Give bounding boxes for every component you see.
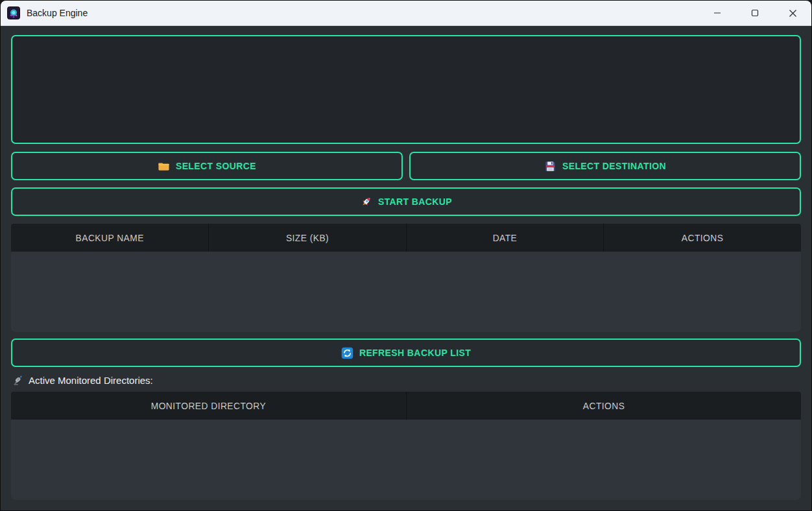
- column-header-date: DATE: [407, 224, 604, 252]
- log-output-area[interactable]: [11, 35, 801, 144]
- backup-table-body[interactable]: [11, 252, 801, 332]
- maximize-button[interactable]: [736, 1, 774, 25]
- monitored-table-header: MONITORED DIRECTORY ACTIONS: [11, 392, 801, 420]
- monitored-directories-label: Active Monitored Directories:: [29, 375, 153, 386]
- start-backup-button[interactable]: START BACKUP: [11, 187, 801, 216]
- refresh-backup-list-button[interactable]: REFRESH BACKUP LIST: [11, 339, 801, 367]
- titlebar: Backup Engine: [1, 1, 811, 26]
- column-header-actions: ACTIONS: [604, 224, 801, 252]
- column-header-size: SIZE (KB): [209, 224, 407, 252]
- backup-table: BACKUP NAME SIZE (KB) DATE ACTIONS: [11, 224, 801, 332]
- rocket-icon: [360, 196, 372, 208]
- select-destination-label: SELECT DESTINATION: [562, 161, 666, 171]
- minimize-icon: [713, 9, 721, 17]
- column-header-monitored-directory: MONITORED DIRECTORY: [11, 392, 407, 420]
- app-window: Backup Engine: [0, 0, 812, 511]
- monitored-directories-section-header: Active Monitored Directories:: [12, 375, 800, 386]
- start-backup-label: START BACKUP: [378, 196, 452, 207]
- refresh-icon: [341, 347, 353, 359]
- floppy-disk-icon: [544, 160, 556, 172]
- select-source-button[interactable]: SELECT SOURCE: [11, 152, 403, 180]
- satellite-antenna-icon: [12, 375, 23, 386]
- folder-icon: [158, 160, 170, 172]
- window-title: Backup Engine: [27, 8, 88, 18]
- minimize-button[interactable]: [699, 1, 736, 25]
- monitored-table-body[interactable]: [11, 420, 801, 500]
- close-button[interactable]: [774, 1, 811, 25]
- select-destination-button[interactable]: SELECT DESTINATION: [409, 152, 801, 180]
- main-content: SELECT SOURCE SELECT DESTINATION: [1, 26, 811, 500]
- app-logo-icon: [7, 6, 20, 19]
- source-destination-row: SELECT SOURCE SELECT DESTINATION: [11, 152, 801, 180]
- maximize-icon: [751, 9, 759, 17]
- column-header-monitored-actions: ACTIONS: [407, 392, 802, 420]
- select-source-label: SELECT SOURCE: [176, 161, 256, 171]
- close-icon: [789, 9, 797, 18]
- refresh-backup-list-label: REFRESH BACKUP LIST: [359, 348, 471, 358]
- backup-table-header: BACKUP NAME SIZE (KB) DATE ACTIONS: [11, 224, 801, 252]
- monitored-directories-table: MONITORED DIRECTORY ACTIONS: [11, 392, 801, 500]
- column-header-backup-name: BACKUP NAME: [11, 224, 209, 252]
